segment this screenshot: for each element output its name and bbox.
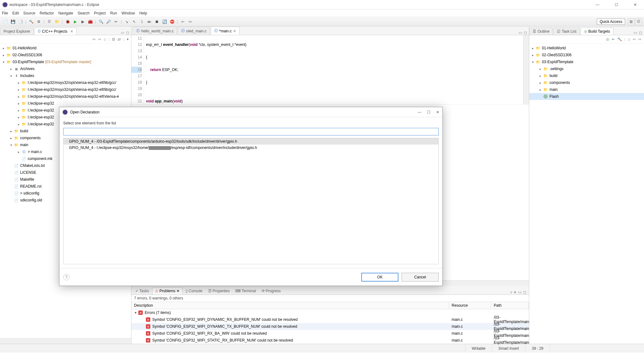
cancel-button[interactable]: Cancel: [402, 273, 439, 282]
maximize-button[interactable]: ☐: [610, 3, 623, 7]
tree-item[interactable]: ▸📁main: [529, 86, 644, 93]
toggle-mark-icon[interactable]: ✏: [113, 18, 119, 25]
tab-build-targets[interactable]: ◎Build Targets: [580, 28, 613, 35]
overview-ruler[interactable]: [523, 35, 529, 104]
editor-tab[interactable]: ⓒhello_world_main.c: [133, 27, 177, 35]
tree-item[interactable]: ▸📁01-HelloWorld: [0, 45, 131, 52]
prev-annotation-icon[interactable]: ↖: [131, 18, 138, 25]
view-menu-icon[interactable]: ▾: [514, 290, 516, 294]
dialog-close-button[interactable]: ✕: [436, 110, 439, 114]
editor-tab-active[interactable]: ⓒ*main.c✕: [211, 27, 240, 35]
tree-item[interactable]: ▸📁build: [529, 72, 644, 79]
dialog-filter-input[interactable]: [63, 128, 439, 135]
close-tab-icon[interactable]: ✕: [176, 289, 180, 293]
link-editor-icon[interactable]: ⇄: [118, 37, 121, 41]
next-annotation-icon[interactable]: ↘: [123, 18, 130, 25]
tab-cpp-projects[interactable]: ©C/C++ Projects✕: [34, 28, 76, 35]
maximize-view-icon[interactable]: ◻: [126, 30, 129, 35]
menu-run[interactable]: Run: [110, 11, 117, 15]
menu-edit[interactable]: Edit: [12, 11, 19, 15]
filter-icon[interactable]: ▿: [510, 290, 512, 294]
menu-project[interactable]: Project: [94, 11, 106, 15]
build-targets-tree[interactable]: ▸📁01-HelloWorld ▸📁02-OledSSD1306 ▾📁03-Es…: [529, 43, 644, 344]
tab-outline[interactable]: ☰Outline: [529, 28, 553, 35]
tab-terminal[interactable]: ⌨Terminal: [233, 288, 258, 294]
tab-project-explorer[interactable]: Project Explorer: [0, 28, 34, 35]
open-type-icon[interactable]: 🔍: [97, 18, 104, 25]
step-icon[interactable]: ⤵: [138, 18, 145, 25]
menu-refactor[interactable]: Refactor: [40, 11, 54, 15]
new-target-icon[interactable]: ◎: [606, 37, 609, 41]
menu-help[interactable]: Help: [139, 11, 147, 15]
tab-properties[interactable]: ☰Properties: [206, 288, 232, 294]
new-class-icon[interactable]: ©: [46, 18, 53, 25]
menu-search[interactable]: Search: [78, 11, 90, 15]
minimize-view-icon[interactable]: ▭: [634, 30, 637, 35]
tab-progress[interactable]: ⟳Progress: [259, 288, 283, 294]
back-nav-icon[interactable]: ⇦: [92, 37, 96, 41]
minimize-view-icon[interactable]: ▭: [121, 30, 124, 35]
minimize-view-icon[interactable]: ▭: [518, 290, 521, 294]
problem-row[interactable]: ✕Symbol 'CONFIG_ESP32_WIFI_DYNAMIC_TX_BU…: [131, 323, 529, 330]
tab-problems[interactable]: ⚠Problems✕: [152, 287, 182, 294]
dialog-list-item[interactable]: ◦GPIO_NUM_4 - /03-EspIdfTemplate/compone…: [64, 138, 438, 145]
problems-group[interactable]: ▾✕Errors (7 items): [131, 309, 529, 316]
perspective-cpp-icon[interactable]: ©: [635, 18, 642, 25]
menu-source[interactable]: Source: [23, 11, 35, 15]
hscrollbar[interactable]: [0, 338, 131, 344]
problems-table[interactable]: Description Resource Path ▾✕Errors (7 it…: [131, 302, 529, 344]
tree-item[interactable]: ▸📁I:/eclipse-esp32/msys32/opt/xtensa-esp…: [0, 79, 131, 86]
problem-row[interactable]: ✕Symbol 'CONFIG_ESP32_WIFI_STATIC_RX_BUF…: [131, 337, 529, 344]
run-icon[interactable]: ▶: [72, 18, 79, 25]
tree-item[interactable]: ▸📁02-OledSSD1306: [0, 52, 131, 58]
save-icon[interactable]: 💾: [9, 18, 16, 25]
tree-item[interactable]: ▸📁I:/eclipse-esp32/msys32/opt/xtensa-esp…: [0, 93, 131, 100]
dialog-list-item[interactable]: ◦GPIO_NUM_4 - I:/eclipse-esp32/msys32/ho…: [64, 145, 438, 151]
disconnect-icon[interactable]: ⛔: [169, 18, 175, 25]
perspective-open-icon[interactable]: ⊞: [628, 18, 635, 25]
maximize-view-icon[interactable]: ◻: [523, 290, 526, 294]
close-button[interactable]: ✕: [629, 3, 641, 7]
editor-tab[interactable]: ⓒoled_main.c: [178, 27, 210, 35]
minimize-button[interactable]: —: [591, 3, 604, 7]
home-icon[interactable]: ⌂: [104, 37, 106, 41]
minimize-view-icon[interactable]: ▭: [519, 30, 522, 35]
help-icon[interactable]: ?: [63, 274, 69, 280]
code-area[interactable]: esp_err_t event_handler(void *ctx, syste…: [144, 35, 523, 104]
menu-file[interactable]: File: [2, 11, 8, 15]
tree-item[interactable]: ▾📁03-EspIdfTemplate: [529, 58, 644, 65]
profile-icon[interactable]: ▶: [79, 18, 86, 25]
menu-window[interactable]: Window: [121, 11, 135, 15]
tree-item[interactable]: ▸📁02-OledSSD1306: [529, 52, 644, 58]
restart-icon[interactable]: 🔄: [161, 18, 168, 25]
tree-item[interactable]: ▸📁.settings: [529, 65, 644, 72]
fwd-nav-icon[interactable]: ⇨: [98, 37, 101, 41]
quick-access[interactable]: Quick Access: [597, 19, 625, 25]
build-target-icon[interactable]: 🔨: [617, 37, 622, 41]
debug-icon[interactable]: 🐞: [64, 18, 71, 25]
problem-row[interactable]: ✕Symbol 'CONFIG_ESP32_WIFI_RX_BA_WIN' co…: [131, 330, 529, 337]
tree-item[interactable]: ▸📁I:/eclipse-esp32: [0, 100, 131, 107]
new-icon[interactable]: 📄: [2, 18, 9, 25]
tree-item[interactable]: ▾📁03-EspIdfTemplate [03-EspIdfTemplate m…: [0, 58, 131, 65]
tree-item[interactable]: ▸📁01-HelloWorld: [529, 45, 644, 52]
back-icon[interactable]: ⇦: [179, 18, 186, 25]
tree-item[interactable]: ▸▣Archives: [0, 65, 131, 72]
terminate-icon[interactable]: ⏹: [153, 18, 160, 25]
tab-console[interactable]: ▯Console: [183, 288, 205, 294]
view-menu-icon[interactable]: ▾: [127, 37, 129, 41]
home-icon[interactable]: ⌂: [628, 37, 630, 41]
maximize-view-icon[interactable]: ◻: [524, 30, 527, 35]
back-icon[interactable]: ⇦: [633, 37, 636, 41]
dialog-minimize-button[interactable]: —: [418, 110, 421, 114]
fwd-icon[interactable]: ⇨: [638, 37, 641, 41]
tree-item[interactable]: ▸📁components: [529, 79, 644, 86]
build-icon[interactable]: 🔨: [28, 18, 35, 25]
problem-row[interactable]: ✕Symbol 'CONFIG_ESP32_WIFI_DYNAMIC_RX_BU…: [131, 316, 529, 323]
ok-button[interactable]: OK: [361, 273, 398, 282]
external-tools-icon[interactable]: 🧰: [87, 18, 94, 25]
close-tab-icon[interactable]: ✕: [70, 29, 73, 34]
tree-item-selected[interactable]: Flash: [529, 93, 644, 100]
menu-navigate[interactable]: Navigate: [58, 11, 73, 15]
close-tab-icon[interactable]: ✕: [233, 29, 236, 33]
